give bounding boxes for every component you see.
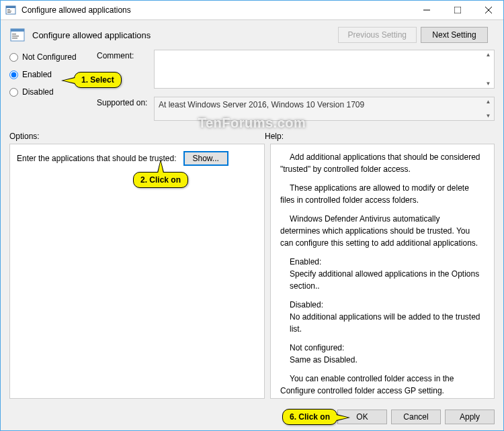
help-text: Not configured:	[290, 342, 480, 354]
help-pane: Add additional applications that should …	[270, 144, 495, 399]
svg-rect-6	[454, 7, 461, 13]
titlebar: Configure allowed applications	[0, 0, 504, 20]
cancel-button[interactable]: Cancel	[391, 410, 441, 424]
radio-not-configured-label: Not Configured	[22, 52, 77, 62]
policy-icon	[9, 27, 26, 43]
supported-on-label: Supported on:	[97, 97, 154, 107]
help-text: Disabled:	[290, 299, 480, 311]
supported-on-box: At least Windows Server 2016, Windows 10…	[154, 97, 495, 121]
radio-enabled-input[interactable]	[9, 70, 18, 79]
comment-label: Comment:	[97, 50, 154, 60]
help-text: Same as Disabled.	[290, 354, 480, 366]
comment-textarea[interactable]: ▲ ▼	[154, 50, 495, 89]
options-prompt: Enter the applications that should be tr…	[17, 154, 177, 163]
annotation-callout-1: 1. Select	[74, 72, 122, 88]
svg-rect-12	[12, 36, 19, 37]
previous-setting-button[interactable]: Previous Setting	[338, 27, 417, 43]
dialog-button-bar: OK Cancel Apply	[0, 403, 504, 431]
options-section-label: Options:	[9, 132, 265, 141]
comment-scrollbar[interactable]: ▲ ▼	[482, 50, 494, 88]
svg-rect-10	[11, 29, 24, 32]
annotation-callout-6: 6. Click on	[282, 409, 337, 425]
header-row: Configure allowed applications Previous …	[0, 20, 504, 50]
supported-scrollbar: ▲ ▼	[482, 97, 494, 120]
radio-disabled-input[interactable]	[9, 88, 18, 97]
svg-rect-3	[7, 11, 11, 11]
page-title: Configure allowed applications	[32, 30, 331, 40]
help-text: Enabled:	[290, 256, 480, 268]
apply-button[interactable]: Apply	[445, 410, 495, 424]
show-button[interactable]: Show...	[183, 151, 228, 166]
svg-rect-13	[12, 38, 17, 39]
window-title: Configure allowed applications	[22, 5, 411, 15]
help-text: You can enable controlled folder access …	[280, 373, 480, 397]
help-text: No additional applications will be added…	[290, 311, 480, 335]
app-icon	[5, 5, 16, 15]
annotation-callout-2: 2. Click on	[133, 172, 188, 188]
radio-disabled-label: Disabled	[22, 87, 54, 97]
help-text: These applications are allowed to modify…	[280, 182, 480, 206]
scroll-down-icon[interactable]: ▼	[482, 79, 494, 88]
window-controls	[411, 0, 504, 19]
radio-disabled[interactable]: Disabled	[9, 87, 97, 97]
help-text: Add additional applications that should …	[280, 151, 480, 175]
svg-rect-4	[7, 12, 11, 13]
radio-not-configured-input[interactable]	[9, 53, 18, 62]
maximize-button[interactable]	[442, 0, 473, 19]
help-text: Windows Defender Antivirus automatically…	[280, 213, 480, 249]
scroll-down-icon: ▼	[482, 111, 494, 120]
help-text: Specify additional allowed applications …	[290, 268, 480, 292]
next-setting-button[interactable]: Next Setting	[421, 27, 488, 43]
close-button[interactable]	[473, 0, 504, 19]
scroll-up-icon: ▲	[482, 97, 494, 106]
help-section-label: Help:	[265, 132, 495, 141]
supported-on-text: At least Windows Server 2016, Windows 10…	[159, 100, 364, 109]
svg-rect-11	[12, 34, 16, 35]
scroll-up-icon[interactable]: ▲	[482, 50, 494, 59]
svg-rect-2	[7, 9, 10, 10]
minimize-button[interactable]	[411, 0, 442, 19]
radio-enabled-label: Enabled	[22, 70, 52, 79]
svg-rect-1	[6, 6, 15, 8]
radio-not-configured[interactable]: Not Configured	[9, 52, 97, 62]
